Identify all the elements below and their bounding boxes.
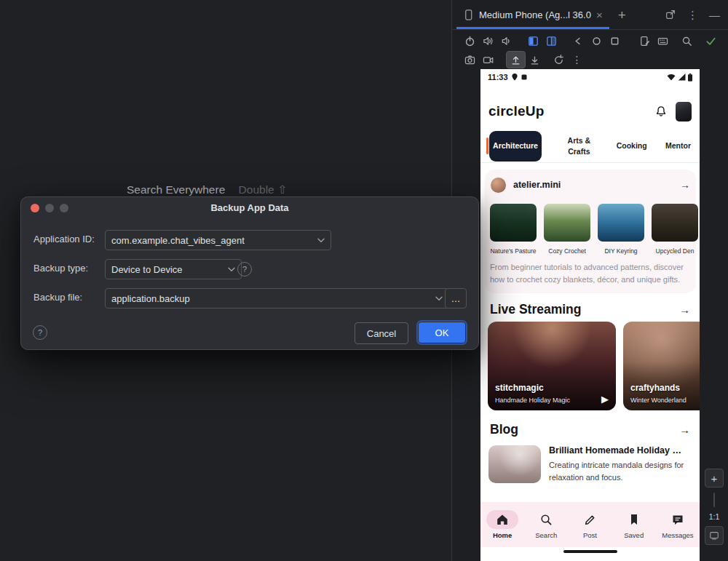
- open-in-window-icon[interactable]: [665, 9, 676, 20]
- nav-label: Home: [493, 531, 512, 539]
- home-icon: [495, 512, 510, 527]
- hardware-input-button[interactable]: [654, 33, 672, 49]
- app-header-actions: [654, 102, 692, 122]
- pencil-icon: [583, 512, 598, 527]
- live-streaming-arrow-icon[interactable]: →: [679, 303, 690, 316]
- ok-button[interactable]: OK: [419, 322, 465, 343]
- confirm-button[interactable]: [702, 33, 720, 49]
- gallery-item[interactable]: Nature's Pasture: [490, 204, 537, 255]
- zoom-ratio: 1:1: [709, 512, 720, 521]
- backup-file-input[interactable]: application.backup: [105, 288, 449, 309]
- blog-heading: Blog: [490, 422, 518, 437]
- nav-item-messages[interactable]: Messages: [656, 510, 700, 539]
- browse-file-button[interactable]: …: [445, 288, 467, 309]
- tab-mentor[interactable]: Mentor: [665, 140, 691, 151]
- device-toolbar-row1: [452, 32, 728, 49]
- power-icon: [464, 35, 476, 47]
- backup-file-label: Backup file:: [33, 288, 82, 307]
- gesture-bar[interactable]: [563, 550, 617, 553]
- backup-app-data-button[interactable]: [506, 51, 526, 68]
- kebab-menu-icon[interactable]: ⋮: [687, 9, 698, 20]
- application-id-select[interactable]: com.example.chat_vibes_agent: [105, 230, 331, 250]
- gallery-item[interactable]: Upcycled Den: [652, 204, 698, 255]
- dialog-help-icon[interactable]: ?: [33, 325, 47, 340]
- home-button[interactable]: [587, 33, 606, 49]
- device-posture-icon: [527, 35, 539, 47]
- search-icon: [539, 512, 553, 527]
- minimize-icon[interactable]: —: [709, 9, 720, 20]
- home-circle-icon: [590, 35, 603, 47]
- edit-device-icon: [638, 35, 651, 47]
- volume-up-icon: [482, 35, 494, 47]
- fit-to-window-button[interactable]: [705, 526, 724, 545]
- nav-label: Post: [583, 531, 597, 539]
- gallery: Nature's Pasture Cozy Crochet DIY Keyrin…: [490, 204, 698, 255]
- live-stream-list: stitchmagic Handmade Holiday Magic ▶ cra…: [480, 322, 700, 410]
- profile-avatar: [491, 178, 506, 193]
- reset-button[interactable]: [550, 52, 568, 68]
- status-app-icon: [521, 74, 527, 80]
- blog-arrow-icon[interactable]: →: [679, 423, 690, 436]
- app-header: circleUp: [480, 97, 700, 126]
- blog-title: Brilliant Homemade Holiday …: [549, 445, 695, 455]
- blog-post[interactable]: Brilliant Homemade Holiday … Creating in…: [488, 445, 695, 483]
- gallery-label: Upcycled Den: [656, 247, 695, 255]
- kebab-menu-icon: ⋮: [572, 55, 582, 65]
- app-title: circleUp: [488, 103, 545, 119]
- nav-item-home[interactable]: Home: [480, 510, 524, 539]
- live-stream-card[interactable]: craftyhands Winter Wonderland: [623, 322, 700, 410]
- add-device-tab-icon[interactable]: +: [618, 8, 626, 22]
- inspect-button[interactable]: [678, 33, 696, 49]
- user-avatar[interactable]: [676, 102, 692, 122]
- tab-arts-crafts[interactable]: Arts & Crafts: [560, 135, 598, 156]
- posture-half-button[interactable]: [524, 33, 542, 49]
- nav-item-saved[interactable]: Saved: [612, 510, 656, 539]
- power-button[interactable]: [461, 33, 479, 49]
- wifi-icon: [667, 73, 676, 81]
- nav-item-search[interactable]: Search: [524, 510, 568, 539]
- search-everywhere-hint[interactable]: Search Everywhere Double ⇧: [127, 183, 287, 196]
- restore-app-data-button[interactable]: [526, 52, 544, 68]
- backup-type-label: Backup type:: [33, 259, 88, 278]
- overview-button[interactable]: [606, 33, 624, 49]
- backup-type-help-icon[interactable]: ?: [237, 262, 252, 276]
- play-icon[interactable]: ▶: [601, 394, 609, 405]
- chevron-down-icon: [435, 296, 443, 301]
- profile-row[interactable]: atelier.mini →: [491, 175, 690, 194]
- backup-type-select[interactable]: Device to Device: [105, 259, 242, 279]
- cancel-button[interactable]: Cancel: [355, 322, 408, 344]
- video-icon: [482, 54, 494, 66]
- edit-device-button[interactable]: [636, 33, 654, 49]
- device-posture-alt-icon: [545, 35, 558, 47]
- status-pin-icon: [512, 73, 518, 81]
- toolbar-more-button[interactable]: ⋮: [568, 52, 586, 68]
- nav-item-post[interactable]: Post: [568, 510, 612, 539]
- volume-down-button[interactable]: [497, 33, 515, 49]
- gallery-item[interactable]: Cozy Crochet: [544, 204, 590, 255]
- zoom-in-button[interactable]: +: [705, 469, 724, 488]
- live-stream-card[interactable]: stitchmagic Handmade Holiday Magic ▶: [488, 322, 616, 410]
- posture-flat-button[interactable]: [542, 33, 561, 49]
- screenshot-button[interactable]: [461, 52, 479, 68]
- back-button[interactable]: [569, 33, 587, 49]
- device-screen[interactable]: 11:33 circleUp Architec: [480, 69, 700, 561]
- device-tab[interactable]: Medium Phone (Ag...l 36.0 ×: [456, 0, 609, 29]
- tab-architecture[interactable]: Architecture: [489, 131, 542, 162]
- search-everywhere-label: Search Everywhere: [127, 183, 225, 196]
- record-screen-button[interactable]: [479, 52, 497, 68]
- gallery-item[interactable]: DIY Keyring: [598, 204, 644, 255]
- backup-type-value: Device to Device: [111, 264, 183, 275]
- tab-edge-indicator: [486, 138, 488, 154]
- live-streaming-heading: Live Streaming: [490, 302, 581, 317]
- close-tab-icon[interactable]: ×: [596, 9, 603, 20]
- blog-thumbnail: [488, 445, 541, 483]
- nav-active-pill: [486, 510, 518, 529]
- profile-arrow-icon[interactable]: →: [680, 179, 690, 191]
- volume-up-button[interactable]: [479, 33, 497, 49]
- tab-cooking[interactable]: Cooking: [617, 140, 647, 151]
- bell-icon[interactable]: [654, 105, 668, 119]
- gallery-thumbnail: [490, 204, 537, 242]
- zoom-slider[interactable]: [713, 493, 715, 507]
- revert-icon: [553, 54, 565, 66]
- bottom-navigation: Home Search Post Saved Messages: [480, 502, 700, 547]
